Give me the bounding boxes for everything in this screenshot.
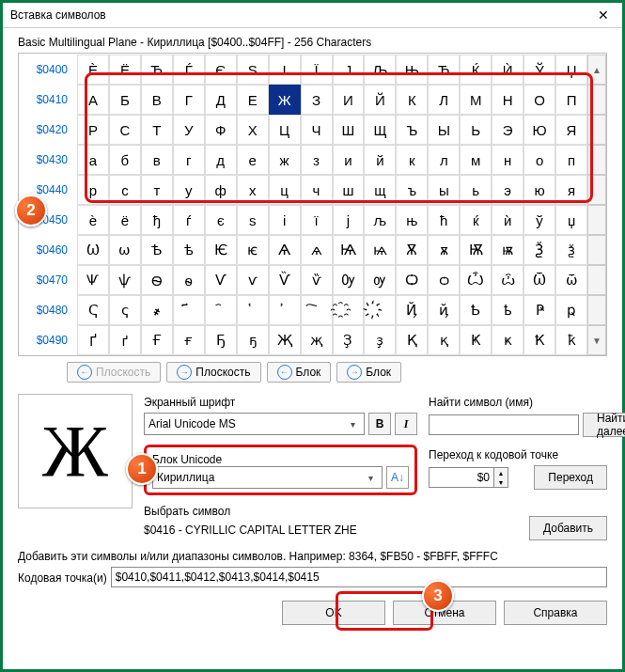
char-cell[interactable]: ў <box>523 205 555 235</box>
char-cell[interactable]: Ѐ <box>77 55 109 85</box>
char-cell[interactable]: а <box>77 145 109 175</box>
char-cell[interactable]: Џ <box>555 55 587 85</box>
char-cell[interactable]: ҙ <box>364 325 396 355</box>
char-cell[interactable]: н <box>492 145 523 175</box>
char-cell[interactable]: э <box>492 175 523 205</box>
char-cell[interactable]: Ё <box>109 55 141 85</box>
row-label[interactable]: $0490 <box>19 325 77 355</box>
spin-down-icon[interactable]: ▼ <box>494 477 508 487</box>
char-cell[interactable]: И <box>333 85 365 115</box>
char-cell[interactable]: К <box>396 85 428 115</box>
row-label[interactable]: $0410 <box>19 85 77 115</box>
char-cell[interactable]: ҄ <box>205 295 237 325</box>
char-cell[interactable]: Ҋ <box>396 295 428 325</box>
scroll-track[interactable] <box>587 295 606 325</box>
char-cell[interactable]: ҉ <box>364 295 396 325</box>
char-cell[interactable]: ѻ <box>428 265 460 295</box>
find-next-button[interactable]: Найти далее <box>583 413 625 437</box>
char-cell[interactable]: П <box>555 85 587 115</box>
char-cell[interactable]: ҟ <box>555 325 587 355</box>
char-cell[interactable]: ѣ <box>173 235 205 265</box>
char-cell[interactable]: Р <box>77 115 109 145</box>
char-cell[interactable]: Ҟ <box>523 325 555 355</box>
char-cell[interactable]: в <box>141 145 173 175</box>
char-cell[interactable]: ҇ <box>301 295 333 325</box>
char-cell[interactable]: ҅ <box>237 295 269 325</box>
char-cell[interactable]: ҍ <box>492 295 523 325</box>
char-cell[interactable]: ѕ <box>237 205 269 235</box>
char-cell[interactable]: ґ <box>109 325 141 355</box>
char-cell[interactable]: Й <box>364 85 396 115</box>
char-cell[interactable]: ҋ <box>428 295 460 325</box>
char-cell[interactable]: Ђ <box>141 55 173 85</box>
char-cell[interactable]: Ѷ <box>269 265 301 295</box>
char-cell[interactable]: Д <box>205 85 237 115</box>
char-cell[interactable]: ѧ <box>301 235 333 265</box>
char-cell[interactable]: п <box>555 145 587 175</box>
close-icon[interactable]: ✕ <box>592 8 615 23</box>
scroll-track[interactable] <box>587 175 606 205</box>
char-cell[interactable]: љ <box>364 205 396 235</box>
char-cell[interactable]: Т <box>141 115 173 145</box>
char-cell[interactable]: м <box>460 145 492 175</box>
char-cell[interactable]: т <box>141 175 173 205</box>
char-cell[interactable]: ш <box>333 175 365 205</box>
char-cell[interactable]: и <box>333 145 365 175</box>
scroll-track[interactable] <box>587 235 606 265</box>
char-cell[interactable]: В <box>141 85 173 115</box>
char-cell[interactable]: Ї <box>301 55 333 85</box>
char-cell[interactable]: і <box>269 205 301 235</box>
char-cell[interactable]: з <box>301 145 333 175</box>
char-cell[interactable]: ѽ <box>492 265 523 295</box>
char-cell[interactable]: Ѯ <box>523 235 555 265</box>
char-cell[interactable]: Ґ <box>77 325 109 355</box>
char-cell[interactable]: Ѧ <box>269 235 301 265</box>
char-cell[interactable]: Г <box>173 85 205 115</box>
char-cell[interactable]: Ѫ <box>396 235 428 265</box>
char-cell[interactable]: ј <box>333 205 365 235</box>
char-cell[interactable]: Є <box>205 55 237 85</box>
char-cell[interactable]: ћ <box>428 205 460 235</box>
char-cell[interactable]: ф <box>205 175 237 205</box>
char-cell[interactable]: Ќ <box>460 55 492 85</box>
char-cell[interactable]: ж <box>269 145 301 175</box>
char-cell[interactable]: ѝ <box>492 205 523 235</box>
char-cell[interactable]: ѳ <box>173 265 205 295</box>
char-cell[interactable]: Щ <box>364 115 396 145</box>
char-cell[interactable]: Н <box>492 85 523 115</box>
char-cell[interactable]: Ц <box>269 115 301 145</box>
sort-button[interactable]: A↓ <box>386 466 409 489</box>
plane-next-button[interactable]: →Плоскость <box>166 362 260 383</box>
char-cell[interactable]: ѵ <box>237 265 269 295</box>
char-cell[interactable]: ѹ <box>364 265 396 295</box>
char-cell[interactable]: ҆ <box>269 295 301 325</box>
char-cell[interactable]: Ж <box>269 85 301 115</box>
char-cell[interactable]: ќ <box>460 205 492 235</box>
char-cell[interactable]: ѩ <box>364 235 396 265</box>
char-cell[interactable]: Ѡ <box>77 235 109 265</box>
char-cell[interactable]: є <box>205 205 237 235</box>
char-cell[interactable]: Ѽ <box>460 265 492 295</box>
char-cell[interactable]: қ <box>428 325 460 355</box>
char-cell[interactable]: ҂ <box>141 295 173 325</box>
char-cell[interactable]: Ш <box>333 115 365 145</box>
char-cell[interactable]: ѡ <box>109 235 141 265</box>
char-cell[interactable]: ѓ <box>173 205 205 235</box>
char-cell[interactable]: ҃ <box>173 295 205 325</box>
scroll-track[interactable] <box>587 115 606 145</box>
row-label[interactable]: $0430 <box>19 145 77 175</box>
char-cell[interactable]: Ҙ <box>333 325 365 355</box>
italic-button[interactable]: I <box>395 413 417 435</box>
char-cell[interactable]: Җ <box>269 325 301 355</box>
char-cell[interactable]: о <box>523 145 555 175</box>
scroll-track[interactable] <box>587 85 606 115</box>
char-cell[interactable]: ҕ <box>237 325 269 355</box>
char-cell[interactable]: Ѕ <box>237 55 269 85</box>
help-button[interactable]: Справка <box>504 601 607 625</box>
char-cell[interactable]: ч <box>301 175 333 205</box>
char-cell[interactable]: Ѿ <box>523 265 555 295</box>
char-cell[interactable]: Ѣ <box>141 235 173 265</box>
char-cell[interactable]: Ф <box>205 115 237 145</box>
char-cell[interactable]: Љ <box>364 55 396 85</box>
char-cell[interactable]: ѯ <box>555 235 587 265</box>
